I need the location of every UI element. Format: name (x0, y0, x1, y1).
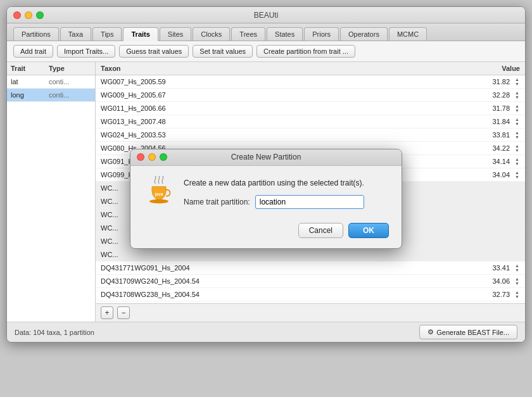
dialog-title: Create New Partition (231, 153, 301, 161)
svg-point-0 (149, 199, 168, 203)
dialog-max-button[interactable] (160, 153, 167, 161)
create-new-partition-dialog: Create New Partition java (130, 149, 402, 249)
name-trait-partition-input[interactable] (255, 195, 364, 209)
dialog-overlay: Create New Partition java (0, 0, 532, 397)
java-icon: java (143, 176, 175, 208)
dialog-message-text: Create a new data partition using the se… (184, 176, 364, 189)
cancel-button[interactable]: Cancel (298, 223, 343, 238)
dialog-close-button[interactable] (137, 153, 144, 161)
dialog-field-label: Name trait partition: (184, 198, 250, 206)
dialog-buttons: Cancel OK (143, 219, 389, 238)
dialog-titlebar: Create New Partition (130, 149, 402, 166)
dialog-min-button[interactable] (148, 153, 156, 161)
dialog-window-controls (137, 153, 167, 161)
dialog-message: Create a new data partition using the se… (184, 176, 364, 209)
svg-text:java: java (155, 191, 163, 196)
dialog-field-row: Name trait partition: (184, 195, 364, 209)
ok-button[interactable]: OK (348, 223, 389, 238)
dialog-content: java Create a new data partition using t… (143, 176, 389, 209)
dialog-body: java Create a new data partition using t… (130, 166, 402, 248)
